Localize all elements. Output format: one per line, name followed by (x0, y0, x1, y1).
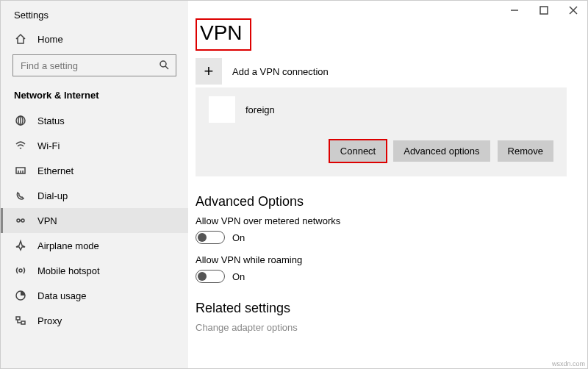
svg-point-13 (17, 219, 20, 222)
sidebar-item-hotspot[interactable]: Mobile hotspot (1, 258, 188, 283)
plus-icon: + (196, 58, 222, 85)
sidebar-item-label: Proxy (37, 315, 62, 326)
sidebar-item-label: Ethernet (37, 165, 74, 176)
wifi-icon (14, 140, 27, 151)
sidebar-item-datausage[interactable]: Data usage (1, 283, 188, 308)
sidebar-item-label: Airplane mode (37, 240, 99, 251)
advanced-options-heading: Advanced Options (196, 194, 567, 209)
main-panel: VPN + Add a VPN connection foreign Conne… (188, 1, 587, 368)
sidebar-item-dialup[interactable]: Dial-up (1, 183, 188, 208)
status-icon (14, 115, 27, 126)
metered-toggle[interactable] (196, 231, 225, 244)
search-icon (158, 59, 170, 73)
search-input[interactable] (19, 60, 158, 72)
metered-label: Allow VPN over metered networks (196, 215, 567, 226)
add-vpn-label: Add a VPN connection (232, 66, 329, 77)
svg-line-5 (165, 66, 168, 69)
dialup-icon (14, 190, 27, 201)
sidebar-item-ethernet[interactable]: Ethernet (1, 158, 188, 183)
remove-button[interactable]: Remove (498, 140, 553, 162)
sidebar-home[interactable]: Home (1, 26, 188, 51)
home-icon (14, 33, 27, 45)
minimize-button[interactable] (500, 0, 529, 21)
hotspot-icon (14, 265, 27, 276)
close-button[interactable] (559, 0, 588, 21)
sidebar-item-label: Status (37, 115, 65, 126)
sidebar-item-proxy[interactable]: Proxy (1, 308, 188, 333)
sidebar-item-label: Data usage (37, 290, 87, 301)
svg-point-14 (21, 219, 24, 222)
svg-point-4 (160, 61, 166, 67)
roaming-state: On (232, 271, 245, 282)
sidebar-home-label: Home (37, 34, 63, 45)
svg-rect-18 (16, 317, 20, 320)
metered-state: On (232, 232, 245, 243)
vpn-connection-card[interactable]: foreign Connect Advanced options Remove (196, 87, 567, 176)
sidebar: Settings Home Network & Internet Status … (1, 1, 188, 368)
change-adapter-link[interactable]: Change adapter options (196, 322, 567, 333)
roaming-toggle[interactable] (196, 270, 225, 283)
svg-point-16 (19, 269, 22, 272)
airplane-icon (14, 240, 27, 251)
svg-rect-19 (21, 321, 25, 324)
page-title: VPN (196, 18, 251, 51)
sidebar-group-title: Network & Internet (1, 85, 188, 108)
sidebar-item-wifi[interactable]: Wi-Fi (1, 133, 188, 158)
advanced-options-button[interactable]: Advanced options (393, 140, 490, 162)
vpn-connection-icon (209, 96, 235, 123)
sidebar-item-status[interactable]: Status (1, 108, 188, 133)
ethernet-icon (14, 165, 27, 176)
sidebar-item-label: Mobile hotspot (37, 265, 100, 276)
sidebar-item-label: VPN (37, 215, 57, 226)
app-title: Settings (1, 8, 188, 26)
sidebar-item-label: Wi-Fi (37, 140, 60, 151)
sidebar-item-airplane[interactable]: Airplane mode (1, 233, 188, 258)
sidebar-item-vpn[interactable]: VPN (1, 208, 188, 233)
related-settings-heading: Related settings (196, 301, 567, 316)
svg-rect-1 (540, 7, 548, 14)
maximize-button[interactable] (529, 0, 559, 21)
vpn-icon (14, 215, 27, 226)
watermark: wsxdn.com (552, 360, 585, 368)
roaming-label: Allow VPN while roaming (196, 254, 567, 265)
datausage-icon (14, 290, 27, 301)
proxy-icon (14, 315, 27, 326)
add-vpn-row[interactable]: + Add a VPN connection (196, 58, 567, 85)
search-box[interactable] (12, 54, 176, 76)
vpn-connection-name: foreign (245, 104, 275, 115)
sidebar-item-label: Dial-up (37, 190, 68, 201)
connect-button[interactable]: Connect (330, 140, 386, 162)
